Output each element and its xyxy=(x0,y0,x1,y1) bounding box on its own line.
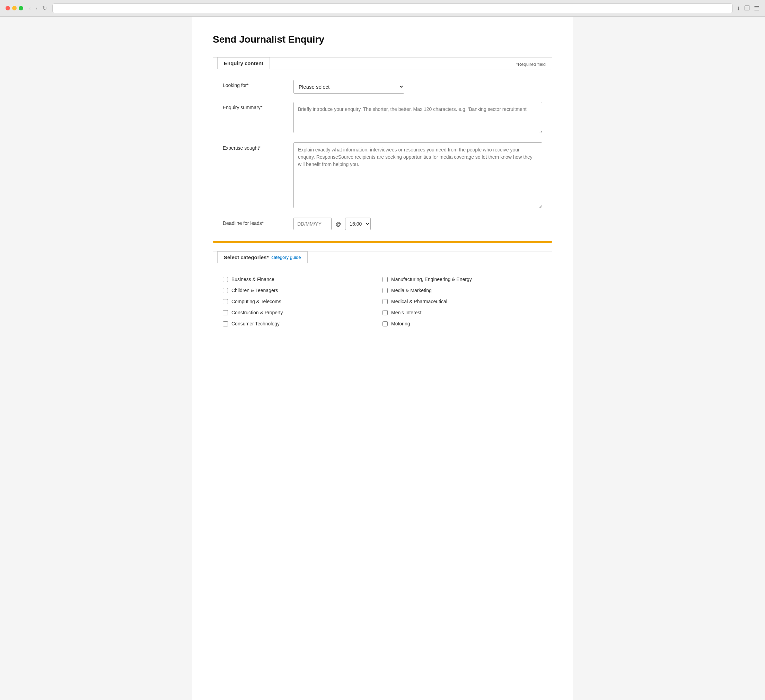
maximize-button[interactable] xyxy=(19,6,23,10)
enquiry-summary-label: Enquiry summary* xyxy=(223,102,285,110)
list-item: Medical & Pharmaceutical xyxy=(382,296,542,307)
close-button[interactable] xyxy=(6,6,10,10)
computing-telecoms-checkbox[interactable] xyxy=(223,299,228,304)
looking-for-row: Looking for* Please select Expert commen… xyxy=(223,80,542,93)
category-label: Medical & Pharmaceutical xyxy=(391,299,447,304)
required-note: *Required field xyxy=(510,58,552,69)
deadline-time-select[interactable]: 09:00 10:00 11:00 12:00 13:00 14:00 15:0… xyxy=(345,218,371,230)
expertise-sought-row: Expertise sought* xyxy=(223,142,542,209)
reload-button[interactable]: ↻ xyxy=(41,3,48,13)
manufacturing-checkbox[interactable] xyxy=(382,277,388,282)
categories-grid: Business & Finance Children & Teenagers … xyxy=(213,264,552,339)
category-label: Media & Marketing xyxy=(391,288,432,293)
mens-interest-checkbox[interactable] xyxy=(382,310,388,315)
categories-panel: Select categories* category guide Busine… xyxy=(213,252,552,339)
list-item: Computing & Telecoms xyxy=(223,296,382,307)
deadline-label: Deadline for leads* xyxy=(223,218,285,226)
enquiry-summary-control xyxy=(293,102,542,134)
panel-bottom-bar xyxy=(213,241,552,243)
enquiry-panel: Enquiry content *Required field Looking … xyxy=(213,58,552,243)
categories-left-column: Business & Finance Children & Teenagers … xyxy=(223,274,382,329)
list-item: Motoring xyxy=(382,318,542,329)
categories-header-row: Select categories* category guide xyxy=(213,252,552,264)
categories-heading: Select categories* xyxy=(224,254,269,260)
looking-for-select[interactable]: Please select Expert comment Case study … xyxy=(293,80,405,93)
category-label: Business & Finance xyxy=(231,276,274,282)
media-marketing-checkbox[interactable] xyxy=(382,288,388,293)
category-label: Consumer Technology xyxy=(231,321,280,326)
looking-for-control: Please select Expert comment Case study … xyxy=(293,80,542,93)
enquiry-summary-textarea[interactable] xyxy=(293,102,542,133)
list-item: Consumer Technology xyxy=(223,318,382,329)
traffic-lights xyxy=(6,6,23,10)
forward-button[interactable]: › xyxy=(34,4,38,13)
page-content: Send Journalist Enquiry Enquiry content … xyxy=(192,17,573,700)
expertise-sought-textarea[interactable] xyxy=(293,142,542,208)
categories-right-column: Manufacturing, Engineering & Energy Medi… xyxy=(382,274,542,329)
medical-pharmaceutical-checkbox[interactable] xyxy=(382,299,388,304)
expertise-sought-label: Expertise sought* xyxy=(223,142,285,151)
list-item: Children & Teenagers xyxy=(223,285,382,296)
categories-panel-tab: Select categories* category guide xyxy=(217,251,308,263)
address-bar[interactable] xyxy=(52,3,733,13)
page-title: Send Journalist Enquiry xyxy=(213,34,552,45)
minimize-button[interactable] xyxy=(12,6,17,10)
category-guide-link[interactable]: category guide xyxy=(271,255,301,260)
category-label: Men's Interest xyxy=(391,310,422,315)
enquiry-summary-row: Enquiry summary* xyxy=(223,102,542,134)
business-finance-checkbox[interactable] xyxy=(223,277,228,282)
fullscreen-icon[interactable]: ❐ xyxy=(744,5,750,12)
consumer-technology-checkbox[interactable] xyxy=(223,321,228,326)
category-label: Computing & Telecoms xyxy=(231,299,281,304)
browser-actions: ↓ ❐ ☰ xyxy=(737,5,759,12)
children-teenagers-checkbox[interactable] xyxy=(223,288,228,293)
menu-icon[interactable]: ☰ xyxy=(754,5,759,12)
list-item: Men's Interest xyxy=(382,307,542,318)
list-item: Construction & Property xyxy=(223,307,382,318)
deadline-inputs: @ 09:00 10:00 11:00 12:00 13:00 14:00 15… xyxy=(293,218,542,230)
enquiry-panel-tab: Enquiry content xyxy=(217,57,270,69)
looking-for-label: Looking for* xyxy=(223,80,285,88)
category-label: Construction & Property xyxy=(231,310,283,315)
construction-property-checkbox[interactable] xyxy=(223,310,228,315)
browser-chrome: ‹ › ↻ ↓ ❐ ☰ xyxy=(0,0,765,17)
list-item: Business & Finance xyxy=(223,274,382,285)
nav-buttons: ‹ › ↻ xyxy=(27,3,48,13)
deadline-control: @ 09:00 10:00 11:00 12:00 13:00 14:00 15… xyxy=(293,218,542,230)
at-symbol: @ xyxy=(334,221,342,227)
back-button[interactable]: ‹ xyxy=(27,4,32,13)
list-item: Media & Marketing xyxy=(382,285,542,296)
list-item: Manufacturing, Engineering & Energy xyxy=(382,274,542,285)
deadline-date-input[interactable] xyxy=(293,218,332,230)
category-label: Manufacturing, Engineering & Energy xyxy=(391,276,472,282)
category-label: Children & Teenagers xyxy=(231,288,278,293)
enquiry-panel-header-row: Enquiry content *Required field xyxy=(213,58,552,70)
enquiry-panel-body: Looking for* Please select Expert commen… xyxy=(213,70,552,241)
download-icon[interactable]: ↓ xyxy=(737,5,740,12)
deadline-row: Deadline for leads* @ 09:00 10:00 11:00 … xyxy=(223,218,542,230)
expertise-sought-control xyxy=(293,142,542,209)
motoring-checkbox[interactable] xyxy=(382,321,388,326)
category-label: Motoring xyxy=(391,321,410,326)
